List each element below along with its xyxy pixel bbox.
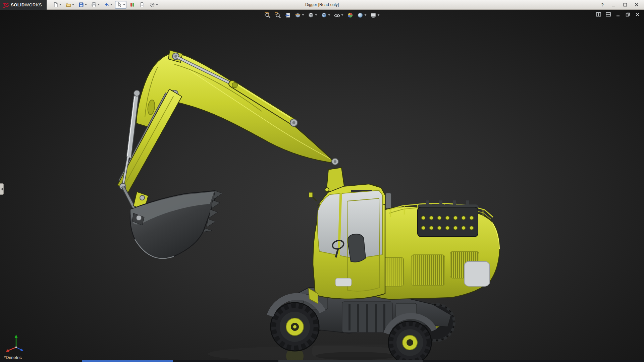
print-icon: [91, 2, 97, 8]
undo-button[interactable]: [102, 1, 114, 9]
section-view-button[interactable]: [294, 11, 305, 19]
maximize-icon: [623, 3, 627, 7]
select-cursor-icon: [116, 2, 122, 8]
cab[interactable]: [309, 184, 385, 304]
select-button[interactable]: [115, 1, 126, 9]
minimize-button[interactable]: [610, 1, 617, 8]
solidworks-window: ƷS SOLIDWORKS: [0, 0, 644, 362]
dassault-3ds-icon: ƷS: [3, 2, 8, 8]
new-document-icon: [53, 2, 59, 8]
print-button[interactable]: [90, 1, 101, 9]
feature-panel-collapse-tab[interactable]: [0, 183, 4, 195]
doc-restore-button[interactable]: [624, 11, 631, 17]
apply-scene-button[interactable]: [357, 11, 367, 19]
save-icon: [78, 2, 84, 8]
doc-restore-icon: [626, 12, 630, 17]
graphics-viewport[interactable]: *Dimetric: [0, 10, 644, 360]
collapse-arrow-icon: [1, 188, 3, 190]
doc-minimize-icon: [616, 12, 620, 17]
doc-close-button[interactable]: [634, 11, 641, 17]
exhaust-stack: [386, 193, 391, 208]
display-style-button[interactable]: [320, 11, 331, 19]
bucket-pivot: [136, 215, 142, 221]
file-properties-icon: [139, 2, 145, 8]
view-settings-button[interactable]: [370, 11, 380, 19]
dropdown-caret-icon[interactable]: [123, 4, 125, 5]
taskbar-segment[interactable]: [278, 360, 423, 362]
section-view-icon: [295, 12, 301, 18]
engine-housing[interactable]: [366, 193, 500, 299]
main-toolbar: [51, 1, 159, 9]
rear-wheel[interactable]: [388, 321, 431, 360]
doc-minimize-button[interactable]: [614, 11, 621, 17]
previous-view-button[interactable]: [284, 11, 292, 19]
headsup-view-toolbar: [264, 11, 380, 19]
zoom-to-area-icon: [275, 12, 281, 18]
doc-close-icon: [635, 12, 640, 17]
options-gear-icon: [149, 2, 155, 8]
dropdown-caret-icon[interactable]: [365, 14, 367, 16]
new-document-button[interactable]: [51, 1, 63, 9]
dropdown-caret-icon[interactable]: [378, 14, 380, 16]
file-properties-button[interactable]: [138, 1, 147, 9]
hide-show-items-button[interactable]: [333, 11, 344, 19]
dropdown-caret-icon[interactable]: [328, 14, 330, 16]
brand-works: WORKS: [25, 2, 42, 7]
dropdown-caret-icon[interactable]: [59, 4, 61, 5]
rebuild-button[interactable]: [128, 1, 137, 9]
zoom-to-fit-button[interactable]: [264, 11, 272, 19]
seat: [347, 234, 366, 262]
display-style-icon: [321, 12, 327, 18]
brand-solid: SOLID: [11, 2, 25, 7]
options-button[interactable]: [148, 1, 159, 9]
view-settings-icon: [370, 12, 377, 18]
dropdown-caret-icon[interactable]: [98, 4, 100, 5]
window-controls: ?: [599, 1, 644, 8]
document-window-controls: [595, 11, 641, 17]
minimize-icon: [612, 3, 616, 7]
previous-view-icon: [285, 12, 291, 18]
solidworks-logo: ƷS SOLIDWORKS: [0, 0, 47, 10]
brand-text: SOLIDWORKS: [11, 2, 42, 7]
open-document-icon: [65, 2, 71, 8]
taskbar-sliver[interactable]: [0, 360, 644, 362]
zoom-to-area-button[interactable]: [274, 11, 282, 19]
close-button[interactable]: [633, 1, 640, 8]
reference-triad: [5, 333, 30, 353]
hide-show-glasses-icon: [334, 12, 340, 18]
undo-icon: [104, 2, 110, 8]
save-button[interactable]: [77, 1, 88, 9]
tile-view-icon: [606, 12, 611, 17]
split-view-button[interactable]: [595, 11, 602, 17]
zoom-to-fit-icon: [265, 12, 271, 18]
front-wheel[interactable]: [271, 303, 319, 351]
view-orientation-label: *Dimetric: [4, 355, 22, 360]
dropdown-caret-icon[interactable]: [156, 4, 158, 5]
help-button[interactable]: ?: [599, 1, 606, 8]
apply-scene-sphere-icon: [357, 12, 364, 18]
roof-beacon: [325, 188, 329, 192]
dropdown-caret-icon[interactable]: [315, 14, 317, 16]
dropdown-caret-icon[interactable]: [302, 14, 304, 16]
view-orientation-cube-icon: [308, 12, 314, 18]
dropdown-caret-icon[interactable]: [341, 14, 343, 16]
close-icon: [635, 3, 639, 7]
tile-view-button[interactable]: [605, 11, 611, 17]
edit-appearance-button[interactable]: [346, 11, 354, 19]
dropdown-caret-icon[interactable]: [72, 4, 74, 5]
digger-model[interactable]: [0, 10, 644, 360]
side-mirror: [309, 192, 313, 197]
view-orientation-button[interactable]: [307, 11, 318, 19]
split-view-icon: [596, 12, 601, 17]
engine-block: [418, 200, 478, 237]
edit-appearance-sphere-icon: [347, 12, 354, 18]
rear-panel: [464, 261, 490, 286]
taskbar-active-segment[interactable]: [82, 360, 173, 362]
dropdown-caret-icon[interactable]: [110, 4, 112, 5]
maximize-button[interactable]: [622, 1, 629, 8]
open-document-button[interactable]: [64, 1, 75, 9]
titlebar: ƷS SOLIDWORKS: [0, 0, 644, 10]
dropdown-caret-icon[interactable]: [85, 4, 87, 5]
side-decal-panel: [335, 278, 352, 286]
rebuild-icon: [129, 2, 135, 8]
